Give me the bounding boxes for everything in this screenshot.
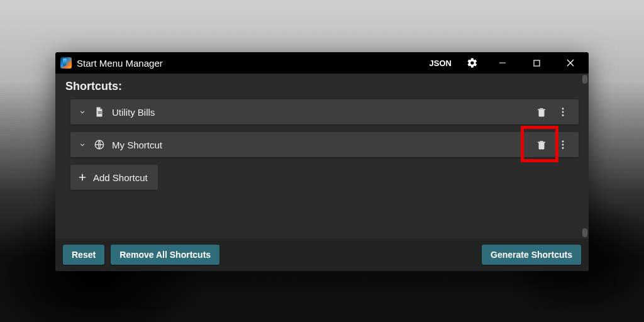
svg-rect-1 [534, 60, 540, 66]
reset-button[interactable]: Reset [63, 245, 104, 265]
add-shortcut-label: Add Shortcut [93, 172, 148, 183]
add-shortcut-button[interactable]: Add Shortcut [70, 165, 158, 190]
minimize-button[interactable] [488, 52, 517, 74]
delete-button[interactable] [531, 101, 552, 123]
globe-icon [93, 138, 106, 151]
shortcut-label: My Shortcut [112, 140, 162, 150]
generate-button[interactable]: Generate Shortcuts [482, 245, 581, 265]
section-title: Shortcuts: [65, 80, 579, 93]
more-button[interactable] [552, 101, 574, 123]
trash-icon [536, 106, 547, 118]
chevron-down-icon [78, 108, 87, 116]
svg-point-5 [562, 108, 564, 109]
content-area: Shortcuts: Utility Bills [55, 74, 589, 238]
svg-point-7 [562, 114, 564, 116]
more-vertical-icon [557, 139, 569, 150]
svg-rect-4 [538, 109, 545, 111]
json-button[interactable]: JSON [425, 56, 457, 70]
svg-rect-9 [538, 142, 545, 143]
scrollbar[interactable] [582, 75, 587, 84]
maximize-button[interactable] [522, 52, 551, 74]
remove-all-button[interactable]: Remove All Shortcuts [111, 245, 219, 265]
delete-button[interactable] [531, 134, 552, 155]
svg-point-12 [562, 147, 564, 149]
footer-bar: Reset Remove All Shortcuts Generate Shor… [55, 238, 589, 271]
shortcut-row[interactable]: My Shortcut [70, 132, 579, 157]
gear-icon [467, 57, 478, 69]
scrollbar[interactable] [582, 228, 587, 237]
app-icon [60, 57, 72, 69]
svg-rect-2 [98, 111, 102, 112]
svg-point-11 [562, 144, 564, 146]
minimize-icon [499, 59, 506, 67]
svg-rect-0 [499, 63, 506, 64]
more-button[interactable] [552, 134, 574, 155]
shortcut-label: Utility Bills [112, 107, 155, 118]
svg-point-6 [562, 111, 564, 113]
more-vertical-icon [557, 106, 569, 118]
titlebar: Start Menu Manager JSON [55, 52, 589, 74]
trash-icon [536, 139, 547, 150]
close-icon [567, 59, 574, 67]
window-title: Start Menu Manager [77, 58, 163, 69]
plus-icon [77, 172, 88, 183]
expand-toggle[interactable] [77, 106, 88, 118]
maximize-icon [533, 60, 540, 67]
svg-point-10 [562, 140, 564, 142]
document-icon [93, 106, 106, 118]
settings-button[interactable] [462, 52, 483, 74]
app-window: Start Menu Manager JSON Shortcuts: Utili… [55, 52, 589, 271]
svg-rect-3 [98, 113, 102, 114]
expand-toggle[interactable] [77, 139, 88, 150]
close-button[interactable] [556, 52, 585, 74]
shortcut-row[interactable]: Utility Bills [70, 99, 579, 125]
chevron-down-icon [78, 140, 87, 149]
